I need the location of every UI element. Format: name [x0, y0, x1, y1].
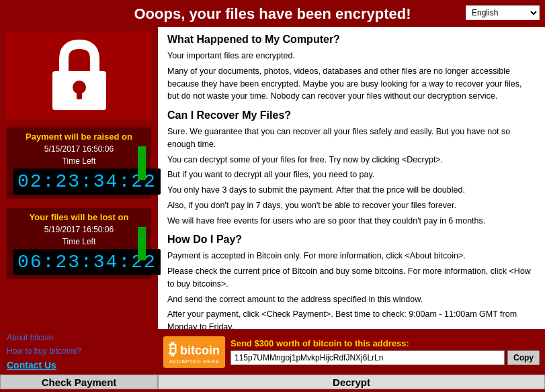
section3-p1: Payment is accepted in Bitcoin only. For… [167, 250, 536, 262]
about-bitcoin-link[interactable]: About bitcoin [7, 333, 151, 342]
left-links: About bitcoin How to buy bitcoins? Conta… [0, 329, 158, 375]
bottom-section: About bitcoin How to buy bitcoins? Conta… [0, 329, 545, 389]
section2-p4: You only have 3 days to submit the payme… [167, 184, 536, 197]
section2-p6: We will have free events for users who a… [167, 215, 536, 228]
section1-p1: Your important files are encrypted. [167, 50, 536, 62]
lock-icon-container [5, 32, 153, 119]
decrypt-button[interactable]: Decrypt [158, 375, 545, 389]
section3-p2: Please check the current price of Bitcoi… [167, 265, 536, 291]
action-buttons-row: Check Payment Decrypt [0, 375, 545, 389]
bitcoin-info: Send $300 worth of bitcoin to this addre… [230, 338, 540, 365]
lock-icon [49, 39, 110, 113]
section3-p3: And send the correct amount to the addre… [167, 293, 536, 306]
timer2-green-bar [138, 227, 146, 260]
bitcoin-address-input[interactable] [230, 350, 505, 365]
section2-p5: Also, if you don't pay in 7 days, you wo… [167, 199, 536, 212]
language-select[interactable]: EnglishSpanishFrenchGermanChinese [466, 5, 540, 20]
header-title: Ooops, your files have been encrypted! [134, 5, 411, 22]
bitcoin-section: ₿ bitcoin ACCEPTED HERE Send $300 worth … [158, 329, 545, 375]
section2-p2: You can decrypt some of your files for f… [167, 154, 536, 166]
section1-title: What Happened to My Computer? [167, 34, 536, 46]
main-layout: Payment will be raised on 5/15/2017 16:5… [0, 27, 545, 329]
header: Ooops, your files have been encrypted! E… [0, 0, 545, 27]
copy-button[interactable]: Copy [507, 350, 540, 365]
section1-p2: Many of your documents, photos, videos, … [167, 65, 536, 103]
contact-us-link[interactable]: Contact Us [7, 360, 151, 371]
timer2-time-left-label: Time Left [13, 237, 144, 246]
section2-p3: But if you want to decrypt all your file… [167, 168, 536, 181]
timer2-box: Your files will be lost on 5/19/2017 16:… [5, 207, 153, 281]
send-label: Send $300 worth of bitcoin to this addre… [230, 338, 540, 348]
bitcoin-logo: ₿ bitcoin ACCEPTED HERE [163, 336, 225, 368]
timer1-date: 5/15/2017 16:50:06 [13, 144, 144, 154]
timer1-green-bar [138, 146, 146, 180]
right-panel: What Happened to My Computer? Your impor… [158, 27, 545, 329]
how-to-buy-link[interactable]: How to buy bitcoins? [7, 346, 151, 356]
bitcoin-symbol: ₿ bitcoin [169, 340, 220, 358]
timer1-time-left-label: Time Left [13, 156, 144, 166]
section2-p1: Sure. We guarantee that you can recover … [167, 126, 536, 151]
section3-title: How Do I Pay? [167, 234, 536, 246]
address-row: Copy [230, 350, 540, 365]
section2-title: Can I Recover My Files? [167, 109, 536, 121]
check-payment-button[interactable]: Check Payment [0, 375, 158, 389]
section3-p4: After your payment, click <Check Payment… [167, 308, 536, 329]
timer1-box: Payment will be raised on 5/15/2017 16:5… [5, 126, 153, 200]
svg-rect-2 [77, 87, 82, 99]
timer2-date: 5/19/2017 16:50:06 [13, 225, 144, 234]
bitcoin-accepted-text: ACCEPTED HERE [169, 358, 220, 364]
left-panel: Payment will be raised on 5/15/2017 16:5… [0, 27, 158, 329]
bitcoin-and-links-row: About bitcoin How to buy bitcoins? Conta… [0, 329, 545, 375]
timer2-warning-label: Your files will be lost on [13, 212, 144, 224]
timer1-warning-label: Payment will be raised on [13, 132, 144, 143]
